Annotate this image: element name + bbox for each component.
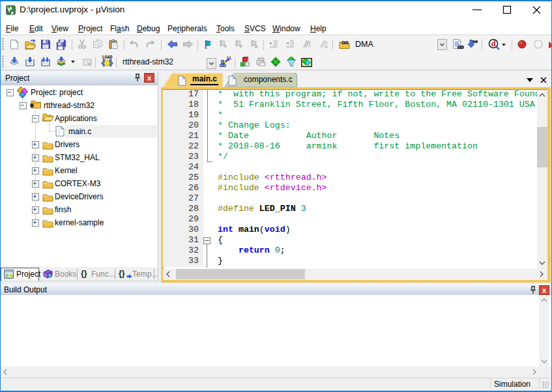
svg-text:?: ?	[48, 273, 51, 279]
